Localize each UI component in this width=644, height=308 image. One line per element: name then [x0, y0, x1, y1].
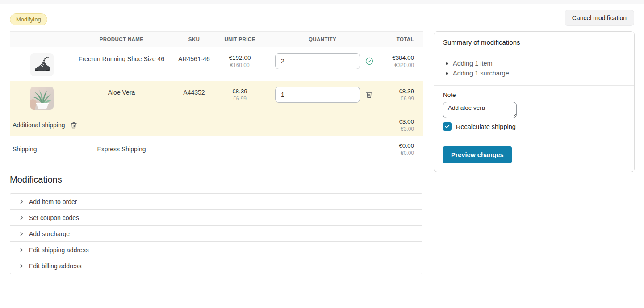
shipping-method: Express Shipping [75, 146, 168, 153]
table-header-row: PRODUCT NAME SKU UNIT PRICE QUANTITY TOT… [10, 31, 423, 47]
recalculate-shipping-label: Recalculate shipping [456, 123, 516, 130]
accordion-add-surcharge[interactable]: Add surcharge [10, 225, 422, 242]
cancel-modification-button[interactable]: Cancel modification [565, 10, 634, 26]
unit-price: €192.00 [220, 54, 260, 61]
product-name: Freerun Running Shoe Size 46 [75, 53, 168, 62]
note-label: Note [443, 92, 625, 98]
page-header: Modifying Cancel modification [0, 4, 644, 26]
chevron-right-icon [18, 246, 25, 254]
summary-bullet: Adding 1 surcharge [445, 70, 625, 77]
preview-changes-button[interactable]: Preview changes [443, 146, 512, 163]
accordion-label: Add item to order [29, 198, 77, 205]
quantity-input[interactable] [275, 87, 360, 103]
header-sku: SKU [168, 37, 220, 42]
unit-price-secondary: €6.99 [220, 96, 260, 102]
accordion-add-item-to-order[interactable]: Add item to order [10, 193, 422, 210]
product-thumbnail-sneaker [30, 53, 54, 76]
product-thumbnail-aloe [30, 87, 54, 110]
quantity-input[interactable] [275, 53, 360, 69]
remove-surcharge-button[interactable] [70, 121, 78, 129]
header-product-name: PRODUCT NAME [75, 37, 168, 42]
accordion-label: Edit billing address [29, 262, 82, 270]
note-input[interactable]: Add aloe vera [443, 102, 517, 118]
status-badge: Modifying [10, 13, 47, 25]
summary-bullet-list: Adding 1 item Adding 1 surcharge [434, 53, 634, 86]
line-total: €384.00 [385, 54, 414, 61]
top-bar [0, 0, 644, 4]
table-row-highlighted: Aloe Vera A44352 €8.39 €6.99 [10, 81, 423, 114]
main-content: PRODUCT NAME SKU UNIT PRICE QUANTITY TOT… [0, 26, 644, 274]
accordion-label: Add surcharge [29, 230, 70, 237]
summary-card: Summary of modifications Adding 1 item A… [434, 31, 635, 172]
aloe-image [30, 87, 54, 110]
order-items-section: PRODUCT NAME SKU UNIT PRICE QUANTITY TOT… [10, 31, 423, 274]
table-row: Freerun Running Shoe Size 46 AR4561-46 €… [10, 47, 423, 81]
line-total-secondary: €6.99 [385, 96, 414, 102]
accordion-label: Edit shipping address [29, 246, 89, 254]
product-sku: A44352 [168, 87, 220, 96]
order-items-table: PRODUCT NAME SKU UNIT PRICE QUANTITY TOT… [10, 31, 423, 162]
recalculate-shipping-checkbox[interactable] [443, 122, 452, 131]
sneaker-image [30, 53, 54, 76]
trash-icon [70, 124, 78, 131]
unit-price-secondary: €160.00 [220, 62, 260, 68]
accordion-label: Set coupon codes [29, 214, 79, 221]
note-section: Note Add aloe vera Recalculate shipping [434, 86, 634, 139]
header-unit-price: UNIT PRICE [220, 37, 260, 42]
modifications-accordion: Add item to order Set coupon codes Add s… [10, 193, 422, 274]
surcharge-total: €3.00 [383, 118, 414, 125]
shipping-row: Shipping Express Shipping €0.00 €0.00 [10, 136, 423, 162]
surcharge-total-secondary: €3.00 [383, 126, 414, 132]
product-name: Aloe Vera [75, 87, 168, 96]
summary-title: Summary of modifications [434, 32, 634, 53]
accordion-edit-shipping-address[interactable]: Edit shipping address [10, 241, 422, 258]
surcharge-label: Additional shipping [13, 121, 65, 129]
shipping-total-secondary: €0.00 [383, 150, 414, 156]
header-quantity: QUANTITY [260, 37, 385, 42]
order-modification-page: Modifying Cancel modification PRODUCT NA… [0, 0, 644, 274]
summary-bullet: Adding 1 item [445, 60, 625, 67]
shipping-total: €0.00 [383, 142, 414, 149]
product-sku: AR4561-46 [168, 53, 220, 62]
trash-icon [365, 94, 373, 100]
remove-item-button[interactable] [365, 90, 373, 99]
chevron-right-icon [18, 214, 25, 221]
line-total: €8.39 [385, 88, 414, 95]
surcharge-row: Additional shipping [10, 114, 423, 136]
chevron-right-icon [18, 198, 25, 205]
accordion-set-coupon-codes[interactable]: Set coupon codes [10, 209, 422, 226]
chevron-right-icon [18, 262, 25, 270]
line-total-secondary: €320.00 [385, 62, 414, 68]
chevron-right-icon [18, 230, 25, 237]
header-total: TOTAL [385, 37, 423, 42]
modifications-heading: Modifications [10, 175, 423, 185]
check-circle-icon [365, 57, 374, 66]
unit-price: €8.39 [220, 88, 260, 95]
summary-panel: Summary of modifications Adding 1 item A… [434, 31, 635, 172]
shipping-label: Shipping [10, 146, 75, 153]
check-icon [444, 124, 450, 129]
accordion-edit-billing-address[interactable]: Edit billing address [10, 258, 422, 274]
